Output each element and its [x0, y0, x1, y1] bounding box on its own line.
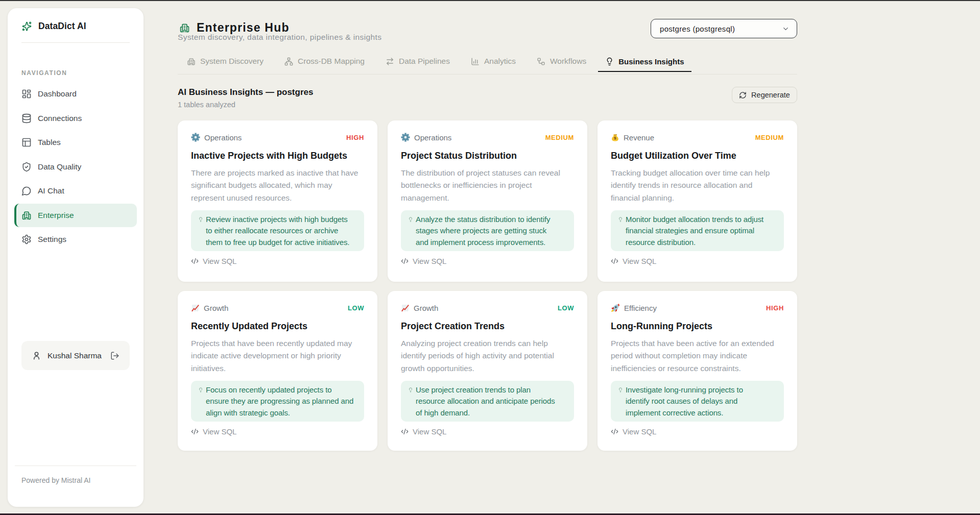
svg-text:$: $: [614, 135, 616, 140]
